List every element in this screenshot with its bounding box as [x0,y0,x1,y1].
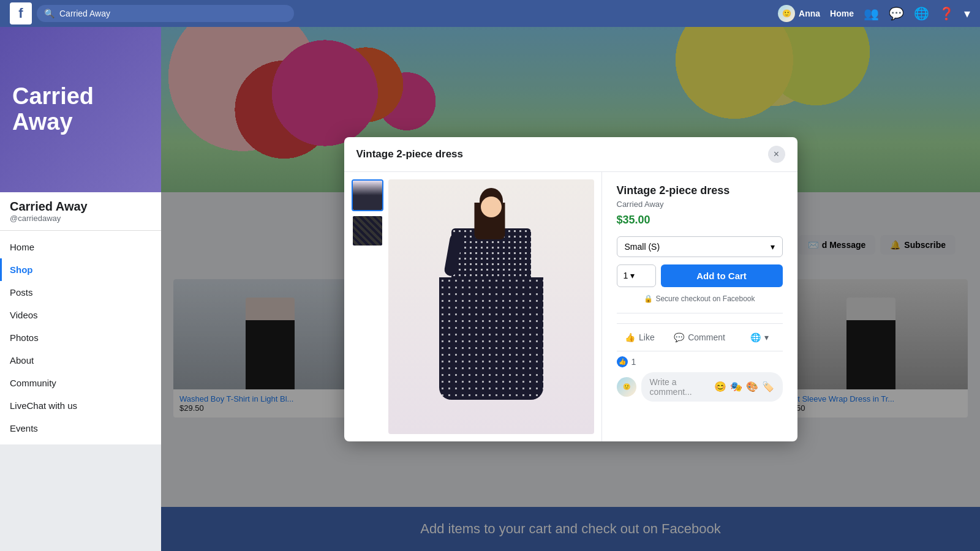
emoji-icon: 🌐 [750,332,761,342]
modal-product-info: Vintage 2-piece dress Carried Away $35.0… [601,172,797,441]
gif-icon[interactable]: 🎭 [730,381,742,392]
cover-page-title: Carried Away [0,72,161,148]
lock-icon: 🔒 [644,294,653,303]
sidebar-item-posts[interactable]: Posts [0,281,161,304]
thumbnail-2[interactable] [352,215,383,247]
qty-value: 1 [624,271,628,280]
qty-select[interactable]: 1 ▾ [617,264,656,287]
page-handle: @carriedaway [10,214,151,223]
comment-label: Comment [688,332,725,342]
like-label: Like [639,332,655,342]
thumbnail-image-1 [353,181,382,210]
comment-button[interactable]: 💬 Comment [668,329,731,346]
reaction-row: 👍 Like 💬 Comment 🌐 ▾ [617,323,783,351]
qty-chevron-icon: ▾ [630,271,635,280]
search-input[interactable] [59,9,287,18]
sidebar-item-community[interactable]: Community [0,372,161,394]
qty-cart-row: 1 ▾ Add to Cart [617,264,783,287]
comment-input-wrap[interactable]: Write a comment... 😊 🎭 🎨 🏷️ [641,372,783,402]
like-button[interactable]: 👍 Like [617,329,663,346]
page-info: Carried Away @carriedaway [0,192,161,231]
comment-icons: 😊 🎭 🎨 🏷️ [714,381,774,392]
page-cover-purple: Carried Away [0,27,161,192]
modal-product-images [344,172,601,441]
add-to-cart-button[interactable]: Add to Cart [661,264,783,287]
like-count: 1 [631,357,636,367]
like-count-row: 👍 1 [617,356,783,367]
main-content: ✉️ d Message 🔔 Subscribe Washed Boy T-Sh… [161,27,980,551]
messenger-icon[interactable]: 💬 [889,6,904,21]
size-select[interactable]: Small (S) ▾ [617,236,783,257]
sidebar: Carried Away Carried Away @carriedaway H… [0,27,161,551]
sidebar-item-events[interactable]: Events [0,417,161,440]
product-thumbnails [352,179,383,434]
thumbnail-1[interactable] [352,179,383,211]
like-icon: 👍 [625,332,635,342]
facebook-logo: f [10,2,32,24]
nav-right: 🙂 Anna Home 👥 💬 🌐 ❓ ▾ [778,5,970,22]
main-product-image [388,179,594,434]
modal-title: Vintage 2-piece dress [356,148,464,160]
sidebar-item-about[interactable]: About [0,349,161,372]
search-icon: 🔍 [44,9,55,18]
comment-icon: 💬 [674,332,684,342]
avatar: 🙂 [778,5,795,22]
emoji-chevron-icon: ▾ [764,332,769,342]
secure-checkout-text: Secure checkout on Facebook [655,294,755,303]
page-name: Carried Away [10,200,151,214]
user-name: Anna [799,9,820,18]
search-bar[interactable]: 🔍 [37,5,294,22]
sidebar-item-videos[interactable]: Videos [0,304,161,326]
thumbnail-image-2 [353,216,382,246]
sidebar-item-shop[interactable]: Shop [0,258,161,281]
comment-row: 🙂 Write a comment... 😊 🎭 🎨 🏷️ [617,372,783,402]
globe-icon[interactable]: 🌐 [914,6,929,21]
product-modal: Vintage 2-piece dress × [344,137,797,441]
modal-backdrop[interactable]: Vintage 2-piece dress × [161,27,980,551]
tag-icon[interactable]: 🏷️ [762,381,774,392]
nav-user[interactable]: 🙂 Anna [778,5,820,22]
modal-close-button[interactable]: × [768,146,785,163]
emoji-picker-icon[interactable]: 😊 [714,381,726,392]
help-icon[interactable]: ❓ [939,6,954,21]
size-label: Small (S) [625,242,660,252]
product-price: $35.00 [617,214,783,227]
page-container: Carried Away Carried Away @carriedaway H… [0,27,980,551]
friends-icon[interactable]: 👥 [864,6,879,21]
commenter-avatar: 🙂 [617,377,636,397]
modal-body: Vintage 2-piece dress Carried Away $35.0… [344,172,797,441]
menu-chevron-icon[interactable]: ▾ [964,6,970,21]
like-bubble: 👍 [617,356,628,367]
sticker-icon[interactable]: 🎨 [746,381,758,392]
size-chevron-icon: ▾ [771,242,775,252]
thumbs-up-icon: 👍 [619,358,626,365]
top-navigation: f 🔍 🙂 Anna Home 👥 💬 🌐 ❓ ▾ [0,0,980,27]
home-link[interactable]: Home [830,9,854,18]
secure-checkout: 🔒 Secure checkout on Facebook [617,294,783,303]
sidebar-item-livechat[interactable]: LiveChat with us [0,394,161,417]
sidebar-nav: Home Shop Posts Videos Photos About Comm… [0,231,161,444]
comment-placeholder: Write a comment... [650,377,714,397]
sidebar-item-photos[interactable]: Photos [0,326,161,349]
emoji-reaction-button[interactable]: 🌐 ▾ [736,329,783,346]
divider [617,313,783,313]
modal-header: Vintage 2-piece dress × [344,137,797,172]
product-seller: Carried Away [617,200,783,209]
sidebar-item-home[interactable]: Home [0,236,161,258]
product-title: Vintage 2-piece dress [617,184,783,197]
